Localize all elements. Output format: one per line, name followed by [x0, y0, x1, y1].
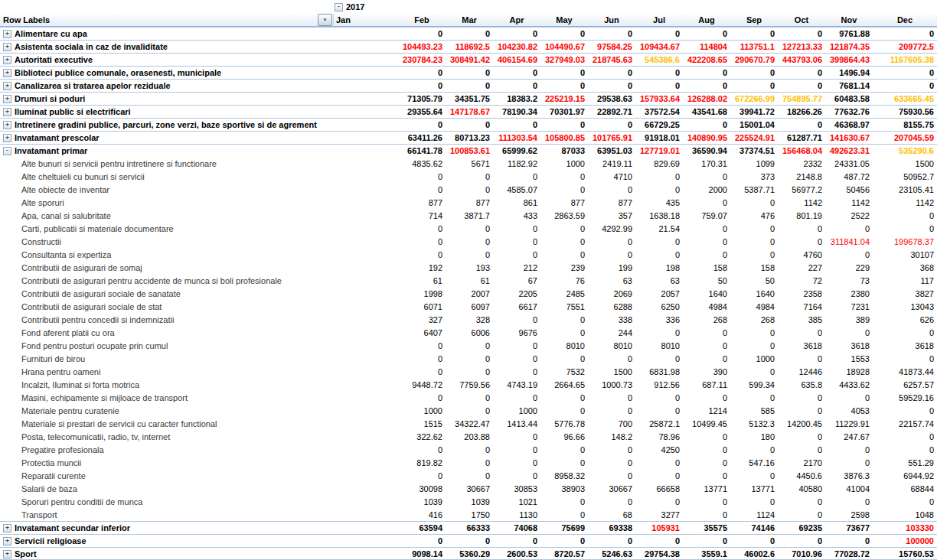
cell-apr[interactable]: 1130: [493, 509, 540, 521]
cell-dec[interactable]: 1142: [873, 197, 937, 209]
cell-mar[interactable]: 118692.5: [446, 41, 493, 53]
cell-apr[interactable]: 111303.54: [493, 132, 540, 144]
cell-aug[interactable]: 0: [683, 236, 730, 248]
cell-dec[interactable]: 0: [873, 431, 937, 443]
expand-button[interactable]: +: [3, 69, 11, 77]
cell-mar[interactable]: 34351.75: [446, 93, 493, 105]
row-label-cell[interactable]: Alte bunuri si servicii pentru intretine…: [0, 158, 333, 170]
cell-jul[interactable]: 0: [635, 496, 683, 508]
cell-nov[interactable]: 1142: [825, 197, 873, 209]
cell-feb[interactable]: 6071: [398, 301, 446, 313]
cell-jul[interactable]: 0: [635, 457, 683, 469]
cell-may[interactable]: 0: [540, 457, 588, 469]
cell-apr[interactable]: 406154.69: [493, 54, 540, 66]
cell-jun[interactable]: 148.2: [588, 431, 635, 443]
row-label-cell[interactable]: +Asistenta sociala in caz de invaliditat…: [0, 41, 333, 53]
cell-feb[interactable]: 1000: [398, 405, 446, 417]
cell-jun[interactable]: 244: [588, 327, 635, 339]
cell-nov[interactable]: 73677: [825, 522, 873, 534]
cell-oct[interactable]: 7010.96: [778, 548, 825, 560]
cell-may[interactable]: 2664.65: [540, 379, 588, 391]
expand-button[interactable]: +: [3, 82, 11, 90]
cell-apr[interactable]: 30853: [493, 483, 540, 495]
cell-sep[interactable]: 0: [730, 28, 778, 40]
cell-jul[interactable]: 25872.1: [635, 418, 683, 430]
cell-may[interactable]: 225219.15: [540, 93, 588, 105]
row-label-cell[interactable]: Constructii: [0, 236, 333, 248]
cell-mar[interactable]: 5671: [446, 158, 493, 170]
cell-may[interactable]: 0: [540, 509, 588, 521]
cell-sep[interactable]: 599.34: [730, 379, 778, 391]
cell-mar[interactable]: 0: [446, 184, 493, 196]
cell-aug[interactable]: 0: [683, 340, 730, 352]
cell-apr[interactable]: 0: [493, 223, 540, 235]
cell-nov[interactable]: 1496.94: [825, 67, 873, 79]
cell-dec[interactable]: 0: [873, 353, 937, 365]
cell-aug[interactable]: 0: [683, 119, 730, 131]
cell-mar[interactable]: 877: [446, 197, 493, 209]
row-label-cell[interactable]: Consultanta si expertiza: [0, 249, 333, 261]
cell-sep[interactable]: 290670.79: [730, 54, 778, 66]
row-label-cell[interactable]: -Invatamant primar: [0, 145, 333, 157]
cell-mar[interactable]: 203.88: [446, 431, 493, 443]
cell-dec[interactable]: 117: [873, 275, 937, 287]
cell-dec[interactable]: 1167605.38: [873, 54, 937, 66]
cell-dec[interactable]: 0: [873, 444, 937, 456]
cell-may[interactable]: 0: [540, 67, 588, 79]
cell-aug[interactable]: 0: [683, 392, 730, 404]
cell-aug[interactable]: 170.31: [683, 158, 730, 170]
cell-nov[interactable]: 11229.91: [825, 418, 873, 430]
cell-mar[interactable]: 0: [446, 457, 493, 469]
cell-dec[interactable]: 30107: [873, 249, 937, 261]
cell-jun[interactable]: 2069: [588, 288, 635, 300]
cell-oct[interactable]: 443793.06: [778, 54, 825, 66]
cell-apr[interactable]: 1000: [493, 405, 540, 417]
cell-aug[interactable]: 759.07: [683, 210, 730, 222]
cell-mar[interactable]: 80713.23: [446, 132, 493, 144]
cell-dec[interactable]: 535290.6: [873, 145, 937, 157]
cell-aug[interactable]: 0: [683, 470, 730, 482]
cell-sep[interactable]: 1124: [730, 509, 778, 521]
cell-sep[interactable]: 1640: [730, 288, 778, 300]
cell-oct[interactable]: 72: [778, 275, 825, 287]
cell-feb[interactable]: 714: [398, 210, 446, 222]
row-label-cell[interactable]: Contributii de asigurari sociale de sana…: [0, 288, 333, 300]
cell-nov[interactable]: 492623.31: [825, 145, 873, 157]
cell-dec[interactable]: 626: [873, 314, 937, 326]
cell-apr[interactable]: 18383.2: [493, 93, 540, 105]
cell-jun[interactable]: 0: [588, 457, 635, 469]
cell-jun[interactable]: 69338: [588, 522, 635, 534]
cell-jun[interactable]: 68: [588, 509, 635, 521]
cell-jul[interactable]: 0: [635, 236, 683, 248]
cell-nov[interactable]: 4433.62: [825, 379, 873, 391]
row-label-cell[interactable]: Fond aferent platii cu ora: [0, 327, 333, 339]
cell-sep[interactable]: 5132.3: [730, 418, 778, 430]
cell-jul[interactable]: 6831.98: [635, 366, 683, 378]
cell-feb[interactable]: 1998: [398, 288, 446, 300]
cell-sep[interactable]: 0: [730, 444, 778, 456]
cell-aug[interactable]: 50: [683, 275, 730, 287]
cell-jul[interactable]: 21.54: [635, 223, 683, 235]
cell-feb[interactable]: 104493.23: [398, 41, 446, 53]
cell-nov[interactable]: 2380: [825, 288, 873, 300]
cell-aug[interactable]: 35575: [683, 522, 730, 534]
cell-oct[interactable]: 0: [778, 327, 825, 339]
cell-oct[interactable]: 754895.77: [778, 93, 825, 105]
cell-jul[interactable]: 0: [635, 249, 683, 261]
cell-dec[interactable]: 207045.59: [873, 132, 937, 144]
cell-apr[interactable]: 78190.34: [493, 106, 540, 118]
cell-oct[interactable]: 2358: [778, 288, 825, 300]
cell-oct[interactable]: 0: [778, 67, 825, 79]
row-label-cell[interactable]: Posta, telecomunicatii, radio, tv, inter…: [0, 431, 333, 443]
cell-sep[interactable]: 0: [730, 470, 778, 482]
cell-may[interactable]: 38903: [540, 483, 588, 495]
cell-jul[interactable]: 0: [635, 67, 683, 79]
cell-aug[interactable]: 0: [683, 431, 730, 443]
cell-mar[interactable]: 0: [446, 171, 493, 183]
cell-jul[interactable]: 545386.6: [635, 54, 683, 66]
cell-sep[interactable]: 672266.99: [730, 93, 778, 105]
cell-may[interactable]: 87033: [540, 145, 588, 157]
cell-apr[interactable]: 0: [493, 67, 540, 79]
cell-jun[interactable]: 0: [588, 80, 635, 92]
cell-feb[interactable]: 819.82: [398, 457, 446, 469]
